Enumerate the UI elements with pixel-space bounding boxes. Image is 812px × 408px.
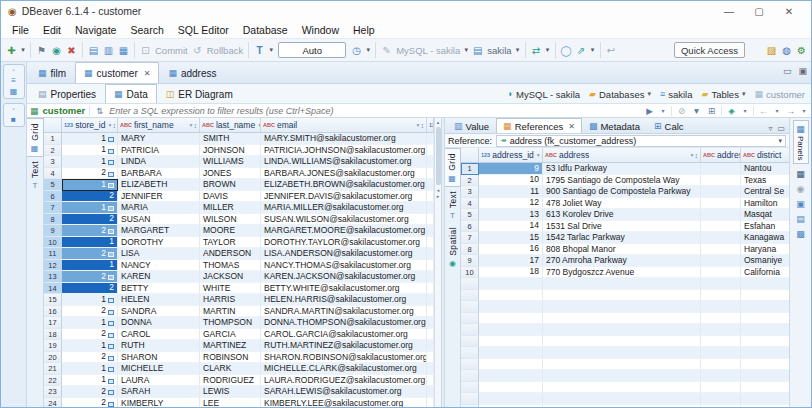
- transaction-log-dropdown-icon[interactable]: ▾: [364, 46, 372, 54]
- address-id-cell[interactable]: [479, 359, 543, 371]
- address-id-cell[interactable]: [479, 290, 543, 302]
- record-mode-icon[interactable]: ◉: [797, 184, 805, 194]
- back-icon[interactable]: ←: [758, 106, 769, 116]
- email-cell[interactable]: RUTH.MARTINEZ@sakilacustomer.org: [261, 340, 427, 352]
- address2-cell[interactable]: [701, 382, 741, 394]
- address-cell[interactable]: [543, 336, 701, 348]
- row-number-cell[interactable]: [461, 347, 479, 359]
- table-row[interactable]: 6 14 1531 Sal Drive Esfahan: [461, 221, 789, 233]
- chevron-down-icon[interactable]: ▾: [800, 107, 808, 114]
- last-name-cell[interactable]: THOMPSON: [200, 317, 261, 329]
- maximize-view-icon[interactable]: ▣: [798, 66, 807, 76]
- address2-cell[interactable]: [701, 393, 741, 405]
- address-cell[interactable]: [543, 313, 701, 325]
- row-number-cell[interactable]: 13: [44, 271, 62, 283]
- clipped-cell[interactable]: [427, 168, 434, 180]
- table-row[interactable]: [461, 278, 789, 290]
- chevron-down-icon[interactable]: ▾: [773, 107, 781, 114]
- address-id-cell[interactable]: 17: [479, 255, 543, 267]
- foreign-key-link-icon[interactable]: [108, 252, 114, 257]
- chevron-down-icon[interactable]: ▾: [741, 107, 749, 114]
- active-database-combo[interactable]: sakila: [487, 45, 511, 56]
- transaction-dropdown-icon[interactable]: ▾: [267, 46, 275, 54]
- address-id-cell[interactable]: [479, 393, 543, 405]
- clipped-cell[interactable]: [427, 375, 434, 387]
- reference-combo[interactable]: ↠ address (fk_customer_address) ▾: [496, 135, 786, 147]
- foreign-key-link-icon[interactable]: [108, 137, 114, 142]
- connect-icon[interactable]: ◉: [49, 41, 64, 59]
- foreign-key-link-icon[interactable]: [108, 229, 114, 234]
- district-cell[interactable]: [741, 359, 789, 371]
- clipped-cell[interactable]: [427, 283, 434, 295]
- table-row[interactable]: 7 1 MARIA MILLER MARIA.MILLER@sakilacust…: [44, 202, 434, 214]
- foreign-key-link-icon[interactable]: [108, 298, 114, 303]
- tab-spatial[interactable]: Spatial ◉: [445, 223, 461, 271]
- tab-metadata[interactable]: ▩ Metadata: [582, 118, 647, 133]
- address-id-cell[interactable]: 18: [479, 267, 543, 279]
- last-name-cell[interactable]: RODRIGUEZ: [200, 375, 261, 387]
- first-name-cell[interactable]: CAROL: [118, 329, 200, 341]
- email-cell[interactable]: NANCY.THOMAS@sakilacustomer.org: [261, 260, 427, 272]
- email-cell[interactable]: KIMBERLY.LEE@sakilacustomer.org: [261, 398, 427, 408]
- breadcrumb-table[interactable]: ▦ customer: [754, 89, 805, 100]
- row-number-cell[interactable]: 18: [44, 329, 62, 341]
- row-number-cell[interactable]: 15: [44, 294, 62, 306]
- last-name-cell[interactable]: MARTIN: [200, 306, 261, 318]
- address-id-cell[interactable]: 15: [479, 232, 543, 244]
- address-id-cell[interactable]: 16: [479, 244, 543, 256]
- table-row[interactable]: 20 2 SHARON ROBINSON SHARON.ROBINSON@sak…: [44, 352, 434, 364]
- undo-nav-icon[interactable]: ↩: [604, 41, 619, 59]
- new-sql-editor-icon[interactable]: ▥: [101, 41, 116, 59]
- tab-grid[interactable]: Grid ▦: [27, 118, 44, 157]
- first-name-cell[interactable]: HELEN: [118, 294, 200, 306]
- row-number-cell[interactable]: [461, 313, 479, 325]
- last-name-cell[interactable]: CLARK: [200, 363, 261, 375]
- first-name-cell[interactable]: NANCY: [118, 260, 200, 272]
- last-name-cell[interactable]: JACKSON: [200, 271, 261, 283]
- row-number-cell[interactable]: 3: [44, 156, 62, 168]
- row-number-cell[interactable]: 11: [44, 248, 62, 260]
- row-number-cell[interactable]: [461, 290, 479, 302]
- save-filter-icon[interactable]: ⊞: [706, 106, 717, 116]
- address-id-cell[interactable]: [479, 278, 543, 290]
- new-connection-icon[interactable]: ✚: [4, 41, 19, 59]
- column-header-last-name[interactable]: ABC last_name ▼↕: [200, 118, 261, 132]
- link-icon[interactable]: ⇗: [574, 41, 589, 59]
- foreign-key-link-icon[interactable]: [108, 402, 114, 407]
- store-id-cell[interactable]: 1: [62, 260, 118, 272]
- address-id-cell[interactable]: [479, 347, 543, 359]
- store-id-cell[interactable]: 1: [62, 375, 118, 387]
- clipped-cell[interactable]: [427, 214, 434, 226]
- email-cell[interactable]: MICHELLE.CLARK@sakilacustomer.org: [261, 363, 427, 375]
- address-id-cell[interactable]: [479, 382, 543, 394]
- column-header-address2[interactable]: ABC address2: [701, 148, 741, 162]
- district-cell[interactable]: Hamilton: [741, 198, 789, 210]
- row-number-cell[interactable]: [461, 324, 479, 336]
- address2-cell[interactable]: [701, 232, 741, 244]
- address-cell[interactable]: 808 Bhopal Manor: [543, 244, 701, 256]
- district-cell[interactable]: [741, 347, 789, 359]
- clipped-cell[interactable]: [427, 386, 434, 398]
- address-cell[interactable]: 478 Joliet Way: [543, 198, 701, 210]
- menu-edit[interactable]: Edit: [36, 24, 68, 36]
- address2-cell[interactable]: [701, 301, 741, 313]
- email-cell[interactable]: BETTY.WHITE@sakilacustomer.org: [261, 283, 427, 295]
- table-row[interactable]: [461, 382, 789, 394]
- first-name-cell[interactable]: PATRICIA: [118, 145, 200, 157]
- perspective-debug-icon[interactable]: ⚙: [794, 41, 809, 59]
- table-row[interactable]: 3 1 LINDA WILLIAMS LINDA.WILLIAMS@sakila…: [44, 156, 434, 168]
- row-number-cell[interactable]: 7: [44, 202, 62, 214]
- scroll-up-icon[interactable]: ▴: [437, 119, 440, 125]
- row-number-cell[interactable]: 5: [461, 209, 479, 221]
- first-name-cell[interactable]: RUTH: [118, 340, 200, 352]
- row-number-cell[interactable]: 8: [461, 244, 479, 256]
- row-number-cell[interactable]: 7: [461, 232, 479, 244]
- table-row[interactable]: 1 1 MARY SMITH MARY.SMITH@sakilacustomer…: [44, 133, 434, 145]
- last-name-cell[interactable]: ANDERSON: [200, 248, 261, 260]
- last-name-cell[interactable]: BROWN: [200, 179, 261, 191]
- minimize-icon[interactable]: —: [714, 6, 744, 17]
- email-cell[interactable]: SANDRA.MARTIN@sakilacustomer.org: [261, 306, 427, 318]
- column-header-address-id[interactable]: 123 address_id ▼↕: [479, 148, 543, 162]
- email-cell[interactable]: PATRICIA.JOHNSON@sakilacustomer.org: [261, 145, 427, 157]
- store-id-cell[interactable]: 2: [62, 214, 118, 226]
